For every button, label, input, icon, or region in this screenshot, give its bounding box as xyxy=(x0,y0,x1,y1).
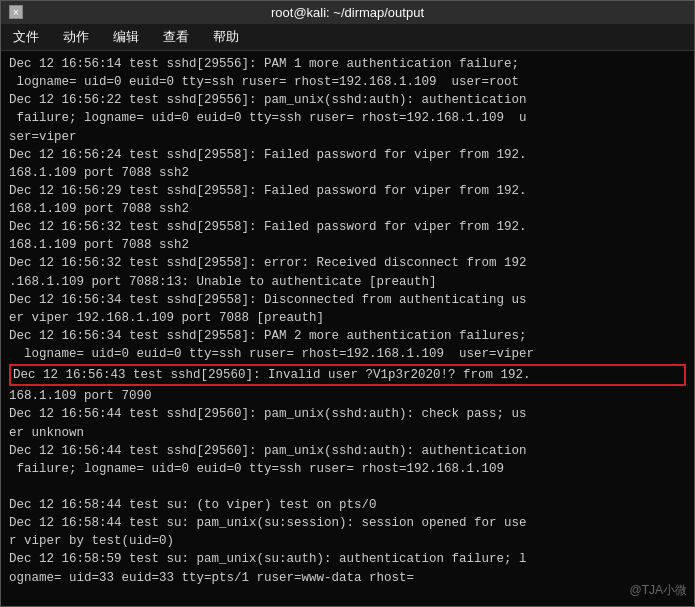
menu-view[interactable]: 查看 xyxy=(159,27,193,47)
list-item: Dec 12 16:56:44 test sshd[29560]: pam_un… xyxy=(9,442,686,460)
list-item: er unknown xyxy=(9,424,686,442)
list-item: Dec 12 16:56:14 test sshd[29556]: PAM 1 … xyxy=(9,55,686,73)
list-item: Dec 12 16:58:59 test su: pam_unix(su:aut… xyxy=(9,550,686,568)
list-item: 168.1.109 port 7088 ssh2 xyxy=(9,236,686,254)
list-item: ogname= uid=33 euid=33 tty=pts/1 ruser=w… xyxy=(9,569,686,587)
list-item: Dec 12 16:56:22 test sshd[29556]: pam_un… xyxy=(9,91,686,109)
list-item: 168.1.109 port 7090 xyxy=(9,387,686,405)
list-item: Dec 12 16:56:29 test sshd[29558]: Failed… xyxy=(9,182,686,200)
terminal-output: Dec 12 16:56:14 test sshd[29556]: PAM 1 … xyxy=(1,51,694,606)
list-item: logname= uid=0 euid=0 tty=ssh ruser= rho… xyxy=(9,345,686,363)
list-item: Dec 12 16:56:44 test sshd[29560]: pam_un… xyxy=(9,405,686,423)
close-icon: × xyxy=(13,7,19,18)
list-item: ser=viper xyxy=(9,128,686,146)
list-item: er viper 192.168.1.109 port 7088 [preaut… xyxy=(9,309,686,327)
list-item: r viper by test(uid=0) xyxy=(9,532,686,550)
list-item: logname= uid=0 euid=0 tty=ssh ruser= rho… xyxy=(9,73,686,91)
list-item: Dec 12 16:56:34 test sshd[29558]: PAM 2 … xyxy=(9,327,686,345)
list-item: Dec 12 16:58:44 test su: (to viper) test… xyxy=(9,496,686,514)
list-item: failure; logname= uid=0 euid=0 tty=ssh r… xyxy=(9,460,686,478)
window-title: root@kali: ~/dirmap/output xyxy=(271,5,424,20)
menu-file[interactable]: 文件 xyxy=(9,27,43,47)
list-item: failure; logname= uid=0 euid=0 tty=ssh r… xyxy=(9,109,686,127)
menu-edit[interactable]: 编辑 xyxy=(109,27,143,47)
list-item: Dec 12 16:58:44 test su: pam_unix(su:ses… xyxy=(9,514,686,532)
list-item: 168.1.109 port 7088 ssh2 xyxy=(9,164,686,182)
list-item: Dec 12 16:56:24 test sshd[29558]: Failed… xyxy=(9,146,686,164)
list-item xyxy=(9,478,686,496)
title-bar: × root@kali: ~/dirmap/output xyxy=(1,1,694,24)
list-item: 168.1.109 port 7088 ssh2 xyxy=(9,200,686,218)
menu-bar: 文件 动作 编辑 查看 帮助 xyxy=(1,24,694,51)
list-item: Dec 12 16:56:32 test sshd[29558]: error:… xyxy=(9,254,686,272)
menu-action[interactable]: 动作 xyxy=(59,27,93,47)
menu-help[interactable]: 帮助 xyxy=(209,27,243,47)
highlighted-line: Dec 12 16:56:43 test sshd[29560]: Invali… xyxy=(9,364,686,386)
close-button[interactable]: × xyxy=(9,5,23,19)
list-item: .168.1.109 port 7088:13: Unable to authe… xyxy=(9,273,686,291)
list-item: Dec 12 16:56:32 test sshd[29558]: Failed… xyxy=(9,218,686,236)
list-item: Dec 12 16:56:34 test sshd[29558]: Discon… xyxy=(9,291,686,309)
terminal-window: × root@kali: ~/dirmap/output 文件 动作 编辑 查看… xyxy=(0,0,695,607)
